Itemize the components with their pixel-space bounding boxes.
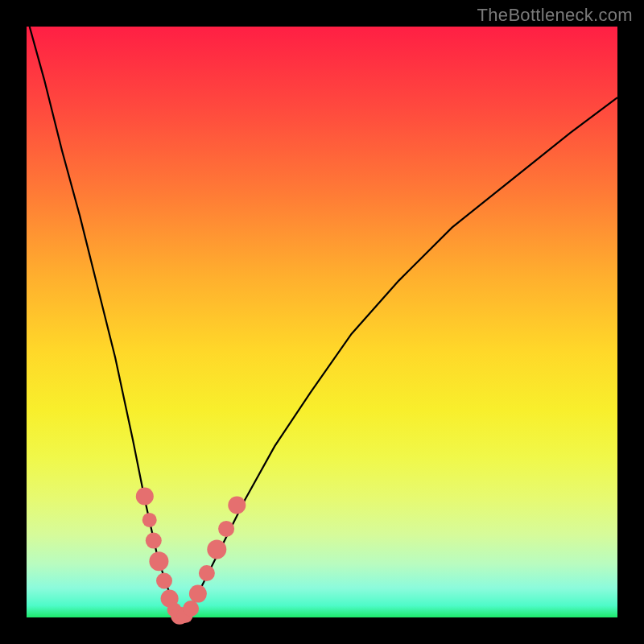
watermark-text: TheBottleneck.com xyxy=(477,5,633,26)
curve-marker xyxy=(189,585,207,603)
curve-markers xyxy=(136,488,246,625)
plot-area xyxy=(27,27,617,617)
curve-marker xyxy=(218,521,234,537)
curve-marker xyxy=(199,565,215,581)
curve-marker xyxy=(142,513,157,527)
curve-marker xyxy=(207,540,226,559)
chart-frame: TheBottleneck.com xyxy=(0,0,644,644)
curve-marker xyxy=(136,488,154,506)
chart-svg xyxy=(27,27,617,617)
curve-marker xyxy=(156,573,172,589)
curve-marker xyxy=(149,551,168,571)
bottleneck-curve xyxy=(30,27,617,617)
curve-marker xyxy=(183,601,199,617)
curve-marker xyxy=(146,533,162,549)
curve-marker xyxy=(228,497,246,514)
